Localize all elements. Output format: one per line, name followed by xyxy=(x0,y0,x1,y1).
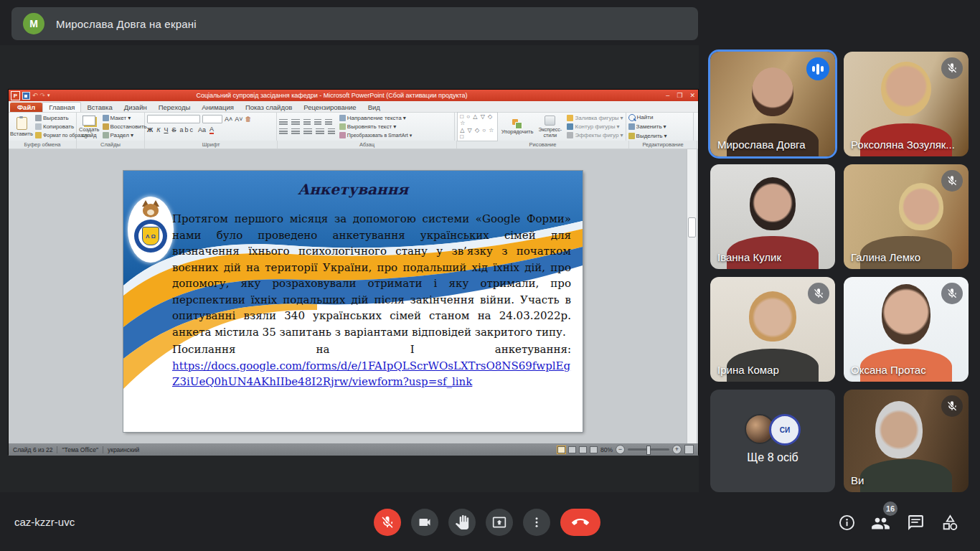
tab-design[interactable]: Дизайн xyxy=(118,103,153,112)
section-button[interactable]: Раздел ▾ xyxy=(103,131,147,139)
tab-animations[interactable]: Анимация xyxy=(196,103,240,112)
close-button[interactable]: ✕ xyxy=(689,92,695,99)
reset-button[interactable]: Восстановить xyxy=(103,123,147,131)
mic-off-icon xyxy=(808,283,829,304)
more-options-button[interactable] xyxy=(523,509,550,536)
align-center-icon[interactable] xyxy=(291,128,300,135)
font-name-box[interactable] xyxy=(147,115,200,123)
select-button[interactable]: Выделить ▾ xyxy=(628,132,667,140)
clear-format-icon[interactable]: 🗑 xyxy=(245,116,252,123)
meeting-details-button[interactable] xyxy=(838,514,856,532)
quick-styles-icon xyxy=(545,116,555,126)
bold-button[interactable]: Ж xyxy=(147,126,153,133)
quick-styles-button[interactable]: Экспресс-стили xyxy=(537,116,563,138)
char-spacing-button[interactable]: abc xyxy=(179,126,194,133)
scroll-down-icon[interactable] xyxy=(687,414,697,423)
group-paragraph: Направление текста ▾ Выровнять текст ▾ П… xyxy=(277,113,455,141)
shape-outline-button[interactable]: Контур фигуры ▾ xyxy=(567,123,623,131)
align-right-icon[interactable] xyxy=(303,128,312,135)
participant-tile-myroslava[interactable]: Мирослава Довга xyxy=(710,52,835,156)
previous-slide-icon[interactable] xyxy=(687,424,697,433)
participant-tile-iryna[interactable]: Ірина Комар xyxy=(710,277,835,382)
normal-view-icon[interactable] xyxy=(557,446,565,453)
smartart-button[interactable]: Преобразовать в SmartArt ▾ xyxy=(339,131,412,139)
grow-font-icon[interactable]: А˄ xyxy=(225,116,232,123)
participant-name: Ви xyxy=(851,474,864,486)
slide-body-text: Протягом першого місяця за допомогою сис… xyxy=(172,211,571,390)
zoom-slider[interactable] xyxy=(628,448,669,451)
justify-icon[interactable] xyxy=(316,128,324,135)
fit-to-window-icon[interactable] xyxy=(684,445,694,454)
tab-home[interactable]: Главная xyxy=(42,102,81,112)
align-text-button[interactable]: Выровнять текст ▾ xyxy=(339,123,412,131)
participant-tile-roksoliana[interactable]: Роксоляна Зозуляк... xyxy=(844,52,969,156)
new-slide-button[interactable]: Создать слайд xyxy=(79,114,100,139)
next-slide-icon[interactable] xyxy=(687,434,697,443)
mute-microphone-button[interactable] xyxy=(374,509,401,536)
find-button[interactable]: Найти xyxy=(628,113,667,121)
participant-name: Іванна Кулик xyxy=(717,251,781,263)
tab-review[interactable]: Рецензирование xyxy=(298,103,362,112)
tab-slideshow[interactable]: Показ слайдов xyxy=(240,103,298,112)
change-case-button[interactable]: Аа xyxy=(198,126,206,133)
paste-button[interactable]: Вставить xyxy=(11,114,32,139)
shapes-gallery-row2[interactable]: △ ▽ ◇ ○ ☆ □ xyxy=(460,127,495,140)
copy-icon xyxy=(35,123,42,130)
activities-button[interactable] xyxy=(941,514,959,532)
align-left-icon[interactable] xyxy=(279,128,288,135)
shapes-gallery-row1[interactable]: □ ○ △ ▽ ◇ ☆ xyxy=(460,113,495,126)
participant-tile-overflow[interactable]: СИ Ще 8 осіб xyxy=(710,390,835,492)
shape-fill-button[interactable]: Заливка фигуры ▾ xyxy=(567,114,623,122)
font-size-box[interactable] xyxy=(202,115,222,123)
tab-view[interactable]: Вид xyxy=(362,103,386,112)
increase-indent-icon[interactable] xyxy=(314,119,321,126)
reading-view-icon[interactable] xyxy=(579,446,587,453)
layout-button[interactable]: Макет ▾ xyxy=(103,114,147,122)
show-participants-button[interactable] xyxy=(871,514,890,533)
minimize-button[interactable]: – xyxy=(666,92,669,99)
shrink-font-icon[interactable]: А˅ xyxy=(235,116,242,123)
chat-button[interactable] xyxy=(907,514,925,532)
decrease-indent-icon[interactable] xyxy=(303,119,311,126)
shape-effects-button[interactable]: Эффекты фигур ▾ xyxy=(567,131,623,139)
end-call-button[interactable] xyxy=(560,509,600,536)
italic-button[interactable]: К xyxy=(156,126,160,133)
tab-insert[interactable]: Вставка xyxy=(81,103,118,112)
zoom-out-icon[interactable]: − xyxy=(616,445,625,454)
slide-canvas[interactable]: Анкетування Λ Ω Протягом першого місяця … xyxy=(123,171,583,432)
zoom-in-icon[interactable]: + xyxy=(672,445,682,454)
arrange-button[interactable]: Упорядочить xyxy=(501,119,534,135)
maximize-button[interactable]: ❐ xyxy=(677,92,682,99)
raise-hand-button[interactable] xyxy=(448,509,476,536)
columns-icon[interactable] xyxy=(328,128,335,135)
participants-count-badge: 16 xyxy=(883,501,897,516)
line-spacing-icon[interactable] xyxy=(325,119,332,126)
participant-tile-ivanna[interactable]: Іванна Кулик xyxy=(710,164,835,269)
participant-tile-you[interactable]: Ви xyxy=(844,390,969,492)
participant-tile-halyna[interactable]: Галина Лемко xyxy=(844,164,969,269)
text-direction-icon xyxy=(339,115,346,121)
select-icon xyxy=(628,133,635,139)
vertical-scrollbar[interactable] xyxy=(687,149,697,443)
numbering-icon[interactable] xyxy=(291,119,300,126)
underline-button[interactable]: Ч xyxy=(164,126,168,133)
label-paragraph: Абзац xyxy=(278,141,457,149)
camera-button[interactable] xyxy=(411,509,438,536)
present-button[interactable] xyxy=(486,509,513,536)
strikethrough-button[interactable]: S xyxy=(171,126,176,133)
meeting-code: caz-kzzr-uvc xyxy=(14,516,75,528)
replace-button[interactable]: Заменить ▾ xyxy=(628,123,667,131)
scrollbar-thumb[interactable] xyxy=(688,217,696,237)
tab-transitions[interactable]: Переходы xyxy=(153,103,197,112)
language-indicator[interactable]: украинский xyxy=(108,446,139,453)
tab-file[interactable]: Файл xyxy=(10,103,42,112)
font-color-button[interactable]: А xyxy=(209,126,214,134)
bullets-icon[interactable] xyxy=(279,119,288,126)
text-direction-button[interactable]: Направление текста ▾ xyxy=(339,114,412,122)
zoom-slider-handle[interactable] xyxy=(646,446,651,455)
participant-tile-oksana[interactable]: Оксана Протас xyxy=(844,277,969,382)
google-form-link[interactable]: https://docs.google.com/forms/d/e/1FAIpQ… xyxy=(172,358,571,390)
participant-name: Галина Лемко xyxy=(851,251,920,263)
slideshow-icon[interactable] xyxy=(590,446,598,453)
slide-sorter-icon[interactable] xyxy=(568,446,576,453)
